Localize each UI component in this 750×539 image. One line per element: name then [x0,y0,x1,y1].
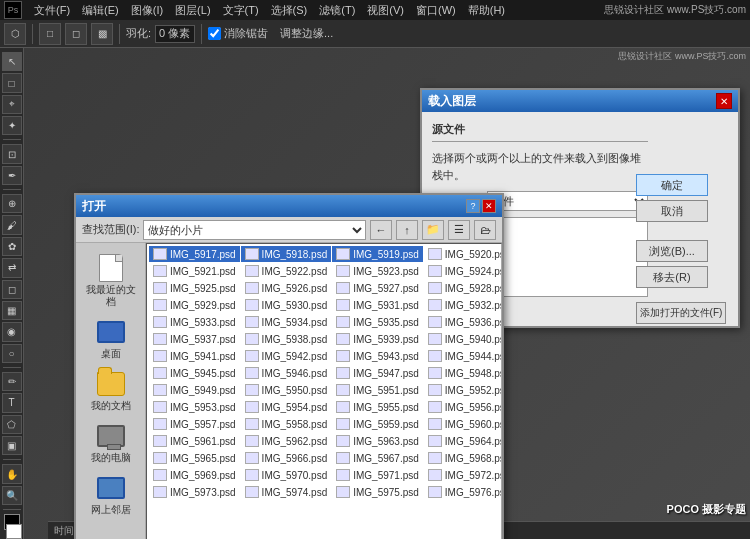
tool-marquee[interactable]: □ [2,73,22,92]
tool-move[interactable]: ↖ [2,52,22,71]
file-item[interactable]: IMG_5944.psd [424,348,502,364]
file-item[interactable]: IMG_5968.psd [424,450,502,466]
file-item[interactable]: IMG_5926.psd [241,280,332,296]
file-item[interactable]: IMG_5939.psd [332,331,423,347]
nav-back-btn[interactable]: ← [370,220,392,240]
file-item[interactable]: IMG_5965.psd [149,450,240,466]
menu-window[interactable]: 窗口(W) [410,1,462,20]
tool-blur[interactable]: ◉ [2,322,22,341]
file-item[interactable]: IMG_5971.psd [332,467,423,483]
file-item[interactable]: IMG_5950.psd [241,382,332,398]
file-item[interactable]: IMG_5937.psd [149,331,240,347]
file-item[interactable]: IMG_5963.psd [332,433,423,449]
file-item[interactable]: IMG_5923.psd [332,263,423,279]
tool-zoom[interactable]: 🔍 [2,486,22,505]
tool-hand[interactable]: ✋ [2,464,22,483]
file-item[interactable]: IMG_5938.psd [241,331,332,347]
tool-eyedropper[interactable]: ✒ [2,166,22,185]
file-item[interactable]: IMG_5928.psd [424,280,502,296]
new-folder-btn[interactable]: 🗁 [474,220,496,240]
file-item[interactable]: IMG_5969.psd [149,467,240,483]
file-item[interactable]: IMG_5976.psd [424,484,502,500]
file-item[interactable]: IMG_5946.psd [241,365,332,381]
file-item[interactable]: IMG_5952.psd [424,382,502,398]
file-item[interactable]: IMG_5967.psd [332,450,423,466]
marquee2-btn[interactable]: ◻ [65,23,87,45]
file-item[interactable]: IMG_5933.psd [149,314,240,330]
nav-folder-btn[interactable]: 📁 [422,220,444,240]
file-item[interactable]: IMG_5931.psd [332,297,423,313]
tool-history[interactable]: ⇄ [2,258,22,277]
file-item[interactable]: IMG_5930.psd [241,297,332,313]
place-network[interactable]: 网上邻居 [81,471,141,519]
file-item[interactable]: IMG_5948.psd [424,365,502,381]
file-item[interactable]: IMG_5959.psd [332,416,423,432]
open-close-btn[interactable]: ✕ [482,199,496,213]
file-item[interactable]: IMG_5941.psd [149,348,240,364]
adjust-edge-btn[interactable]: 调整边缘... [280,26,333,41]
file-item[interactable]: IMG_5918.psd [241,246,332,262]
file-item[interactable]: IMG_5957.psd [149,416,240,432]
tool-clone[interactable]: ✿ [2,237,22,256]
background-color[interactable] [6,524,22,539]
load-ok-btn[interactable]: 确定 [636,174,708,196]
marquee3-btn[interactable]: ▩ [91,23,113,45]
file-item[interactable]: IMG_5966.psd [241,450,332,466]
remove-btn[interactable]: 移去(R) [636,266,708,288]
file-item[interactable]: IMG_5935.psd [332,314,423,330]
file-item[interactable]: IMG_5951.psd [332,382,423,398]
menu-edit[interactable]: 编辑(E) [76,1,125,20]
tool-dodge[interactable]: ○ [2,344,22,363]
open-dialog-file-list[interactable]: IMG_5917.psdIMG_5918.psdIMG_5919.psdIMG_… [146,243,502,539]
tool-options-btn[interactable]: ⬡ [4,23,26,45]
place-mypc[interactable]: 我的电脑 [81,419,141,467]
feather-input[interactable] [155,25,195,43]
menu-file[interactable]: 文件(F) [28,1,76,20]
marquee-btn[interactable]: □ [39,23,61,45]
nav-up-btn[interactable]: ↑ [396,220,418,240]
location-select[interactable]: 做好的小片 [143,220,366,240]
place-recent[interactable]: 我最近的文档 [81,251,141,311]
load-cancel-btn[interactable]: 取消 [636,200,708,222]
file-item[interactable]: IMG_5932.psd [424,297,502,313]
file-item[interactable]: IMG_5920.psd [424,246,502,262]
file-item[interactable]: IMG_5961.psd [149,433,240,449]
file-item[interactable]: IMG_5942.psd [241,348,332,364]
file-item[interactable]: IMG_5925.psd [149,280,240,296]
place-desktop[interactable]: 桌面 [81,315,141,363]
tool-heal[interactable]: ⊕ [2,194,22,213]
menu-view[interactable]: 视图(V) [361,1,410,20]
file-item[interactable]: IMG_5964.psd [424,433,502,449]
file-item[interactable]: IMG_5917.psd [149,246,240,262]
file-item[interactable]: IMG_5919.psd [332,246,423,262]
file-item[interactable]: IMG_5974.psd [241,484,332,500]
tool-path[interactable]: ⬠ [2,415,22,434]
view-toggle-btn[interactable]: ☰ [448,220,470,240]
file-item[interactable]: IMG_5945.psd [149,365,240,381]
file-item[interactable]: IMG_5922.psd [241,263,332,279]
file-item[interactable]: IMG_5972.psd [424,467,502,483]
file-item[interactable]: IMG_5958.psd [241,416,332,432]
file-item[interactable]: IMG_5927.psd [332,280,423,296]
file-item[interactable]: IMG_5962.psd [241,433,332,449]
file-item[interactable]: IMG_5955.psd [332,399,423,415]
file-item[interactable]: IMG_5954.psd [241,399,332,415]
file-item[interactable]: IMG_5934.psd [241,314,332,330]
place-mydocs[interactable]: 我的文档 [81,367,141,415]
tool-crop[interactable]: ⊡ [2,144,22,163]
menu-select[interactable]: 选择(S) [265,1,314,20]
file-item[interactable]: IMG_5943.psd [332,348,423,364]
tool-eraser[interactable]: ◻ [2,280,22,299]
file-item[interactable]: IMG_5921.psd [149,263,240,279]
file-item[interactable]: IMG_5973.psd [149,484,240,500]
menu-filter[interactable]: 滤镜(T) [313,1,361,20]
tool-magic[interactable]: ✦ [2,116,22,135]
file-item[interactable]: IMG_5975.psd [332,484,423,500]
tool-brush[interactable]: 🖌 [2,215,22,234]
menu-layer[interactable]: 图层(L) [169,1,216,20]
file-item[interactable]: IMG_5970.psd [241,467,332,483]
tool-text[interactable]: T [2,393,22,412]
file-item[interactable]: IMG_5953.psd [149,399,240,415]
file-item[interactable]: IMG_5940.psd [424,331,502,347]
file-item[interactable]: IMG_5929.psd [149,297,240,313]
